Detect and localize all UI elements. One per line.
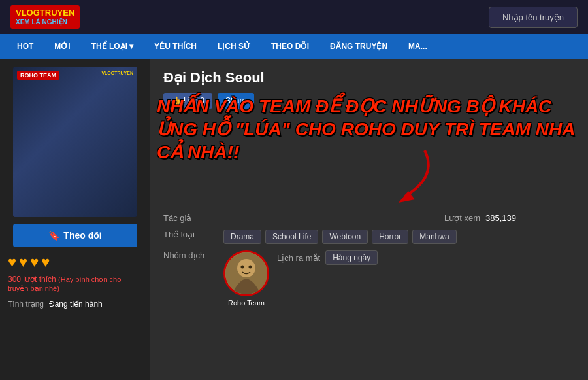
- nav-dangtruyen[interactable]: ĐĂNG TRUYỆN: [319, 34, 398, 59]
- overlay-message: NHẤN VÀO TEAM ĐỂ ĐỌC NHỮNG BỘ KHÁC ỦNG H…: [157, 95, 581, 164]
- overlay-text: NHẤN VÀO TEAM ĐỂ ĐỌC NHỮNG BỘ KHÁC ỦNG H…: [157, 95, 581, 164]
- heart-4: ♥: [41, 254, 50, 271]
- right-content: Đại Dịch Seoul 👍 Like 0 Share NHẤN VÀO T…: [150, 59, 588, 380]
- status-value: Đang tiến hành: [49, 300, 103, 309]
- cover-label: ROHO TEAM: [17, 71, 59, 80]
- nav-lichsu[interactable]: LỊCH SỬ: [207, 34, 261, 59]
- tag-manhwa[interactable]: Manhwa: [412, 230, 456, 244]
- team-container: Roho Team: [223, 250, 269, 307]
- tag-horror[interactable]: Horror: [372, 230, 408, 244]
- tag-webtoon[interactable]: Webtoon: [322, 230, 368, 244]
- likes-count: 300 lượt thích: [8, 275, 56, 284]
- header: VLOGTRUYEN XEM LÀ NGHIỆN Nhập tên truyện: [0, 0, 588, 34]
- nav-hot[interactable]: HOT: [7, 34, 44, 59]
- manga-title: Đại Dịch Seoul: [163, 69, 575, 86]
- svg-point-10: [237, 259, 255, 277]
- hearts-row: ♥ ♥ ♥ ♥: [8, 254, 50, 271]
- tag-drama[interactable]: Drama: [223, 230, 261, 244]
- release-label: Lịch ra mắt: [277, 253, 320, 263]
- team-circle[interactable]: [223, 250, 269, 296]
- nav-moi[interactable]: MỚI: [44, 34, 80, 59]
- left-sidebar: ROHO TEAM VLOGTRUYEN 어느날 갑가기 서울은 🔖 Theo …: [0, 59, 150, 380]
- tags-list: Drama School Life Webtoon Horror Manhwa: [223, 230, 457, 244]
- bookmark-icon: 🔖: [48, 230, 59, 241]
- author-label: Tác giả: [163, 213, 216, 223]
- logo: VLOGTRUYEN XEM LÀ NGHIỆN: [10, 5, 80, 29]
- heart-2: ♥: [19, 254, 27, 271]
- release-group: Lịch ra mắt Hàng ngày: [277, 250, 408, 265]
- likes-text: 300 lượt thích (Hãy bình chọn cho truyện…: [8, 275, 142, 293]
- status-row: Tình trạng Đang tiến hành: [8, 300, 103, 309]
- team-avatar-svg: [225, 252, 267, 294]
- views-group: Lượt xem 385,139: [444, 213, 575, 223]
- views-value: 385,139: [485, 213, 516, 223]
- follow-button[interactable]: 🔖 Theo dõi: [13, 224, 137, 247]
- main-nav: HOT MỚI THỂ LOẠI ▾ YÊU THÍCH LỊCH SỬ THE…: [0, 34, 588, 59]
- logo-line1: VLOGTRUYEN: [16, 8, 74, 18]
- nav-more[interactable]: MA...: [398, 34, 438, 59]
- nav-yeuthich[interactable]: YÊU THÍCH: [144, 34, 207, 59]
- tag-school[interactable]: School Life: [265, 230, 318, 244]
- cover-bg: [13, 67, 137, 217]
- nav-theloai[interactable]: THỂ LOẠI ▾: [81, 34, 144, 59]
- svg-marker-8: [399, 191, 415, 203]
- main-content: ROHO TEAM VLOGTRUYEN 어느날 갑가기 서울은 🔖 Theo …: [0, 59, 588, 380]
- info-row-genres: Thể loại Drama School Life Webtoon Horro…: [163, 230, 575, 244]
- status-label: Tình trạng: [8, 300, 44, 309]
- info-row-author: Tác giả Lượt xem 385,139: [163, 213, 575, 223]
- cover-image: ROHO TEAM VLOGTRUYEN 어느날 갑가기 서울은: [13, 67, 137, 217]
- group-label: Nhóm dịch: [163, 250, 216, 260]
- logo-area: VLOGTRUYEN XEM LÀ NGHIỆN: [10, 5, 80, 29]
- search-button[interactable]: Nhập tên truyện: [489, 7, 578, 28]
- info-row-group: Nhóm dịch Roho: [163, 250, 575, 307]
- svg-point-11: [241, 266, 244, 269]
- views-label: Lượt xem: [444, 213, 480, 223]
- info-table: Tác giả Lượt xem 385,139 Thể loại Drama …: [163, 213, 575, 307]
- release-badge: Hàng ngày: [325, 250, 378, 265]
- follow-label: Theo dõi: [63, 230, 101, 241]
- heart-3: ♥: [30, 254, 39, 271]
- team-name: Roho Team: [228, 299, 265, 307]
- logo-line2: XEM LÀ NGHIỆN: [16, 18, 74, 26]
- svg-point-12: [249, 266, 252, 269]
- nav-theodoi[interactable]: THEO DÕI: [261, 34, 319, 59]
- heart-1: ♥: [8, 254, 16, 271]
- genre-label: Thể loại: [163, 230, 216, 239]
- cover-watermark: VLOGTRUYEN: [101, 71, 133, 75]
